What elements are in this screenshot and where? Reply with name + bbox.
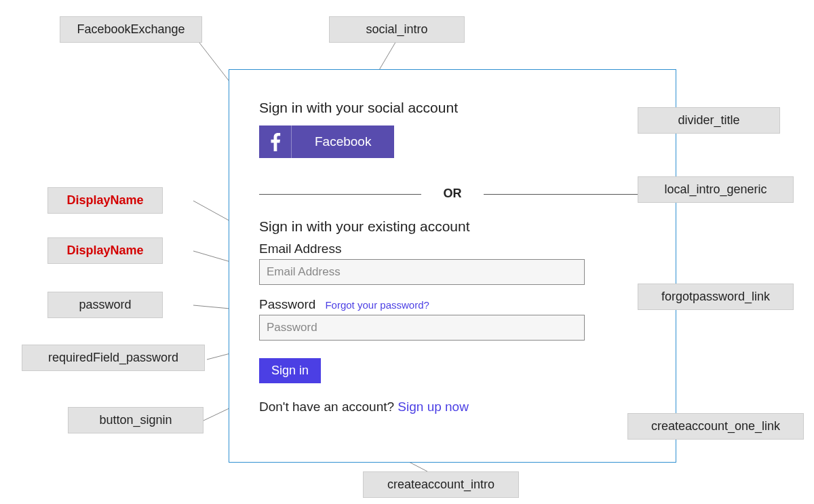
- callout-create-account-intro: createaccount_intro: [363, 471, 519, 498]
- signup-now-link[interactable]: Sign up now: [398, 400, 469, 414]
- divider-line-right: [484, 194, 646, 195]
- callout-create-account-one-link: createaccount_one_link: [627, 413, 804, 440]
- divider-title-text: OR: [434, 187, 471, 201]
- callout-local-intro-generic: local_intro_generic: [638, 176, 794, 203]
- callout-display-name-password: DisplayName: [47, 237, 163, 264]
- callout-button-signin: button_signin: [68, 407, 204, 433]
- signin-panel: Sign in with your social account Faceboo…: [229, 69, 676, 463]
- facebook-exchange-button[interactable]: Facebook: [259, 125, 394, 158]
- email-input[interactable]: [259, 259, 585, 285]
- forgot-password-link[interactable]: Forgot your password?: [325, 299, 429, 311]
- callout-divider-title: divider_title: [638, 107, 780, 134]
- divider: OR: [259, 187, 646, 201]
- password-input[interactable]: [259, 315, 585, 341]
- signin-button[interactable]: Sign in: [259, 358, 321, 383]
- create-account-row: Don't have an account? Sign up now: [259, 400, 646, 414]
- social-intro-text: Sign in with your social account: [259, 100, 646, 116]
- callout-password: password: [47, 292, 163, 318]
- email-label: Email Address: [259, 241, 646, 256]
- callout-required-field-password: requiredField_password: [22, 345, 205, 371]
- facebook-button-label: Facebook: [292, 125, 394, 158]
- callout-facebook-exchange: FacebookExchange: [60, 16, 202, 43]
- create-account-intro: Don't have an account?: [259, 400, 394, 414]
- callout-forgot-password-link: forgotpassword_link: [638, 284, 794, 310]
- callout-social-intro: social_intro: [329, 16, 465, 43]
- password-label: Password: [259, 297, 315, 312]
- divider-line-left: [259, 194, 421, 195]
- facebook-icon: [259, 125, 292, 158]
- callout-display-name-email: DisplayName: [47, 187, 163, 214]
- local-intro-text: Sign in with your existing account: [259, 218, 646, 235]
